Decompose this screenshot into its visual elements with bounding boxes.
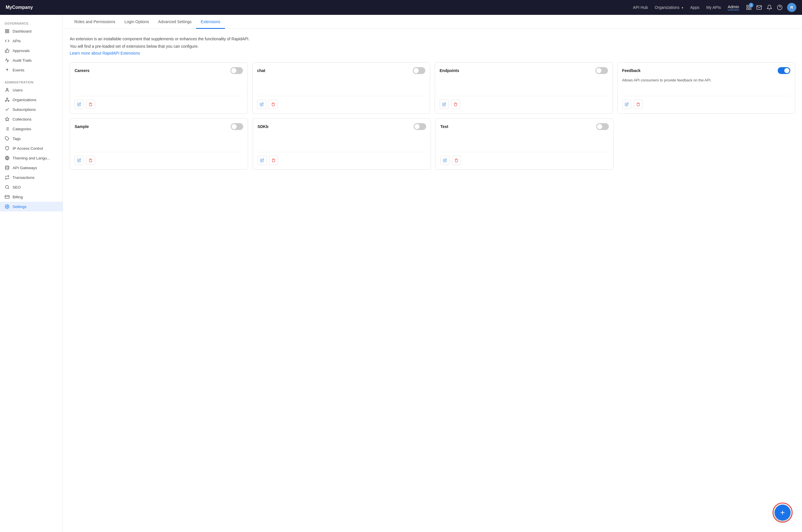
toggle-careers[interactable] xyxy=(230,67,243,74)
main-layout: Governance Dashboard APIs Approvals Audi… xyxy=(0,15,802,532)
nav-my-apis[interactable]: My APIs xyxy=(706,5,721,10)
fab-container: + xyxy=(775,505,790,520)
sidebar-label: SEO xyxy=(13,185,21,189)
sidebar-item-api-gateways[interactable]: API Gateways xyxy=(0,163,62,173)
sidebar-item-organizations[interactable]: Organizations xyxy=(0,95,62,104)
delete-button[interactable] xyxy=(269,156,278,165)
email-btn[interactable] xyxy=(756,4,762,10)
help-btn[interactable] xyxy=(777,4,783,10)
edit-button[interactable] xyxy=(75,100,84,109)
sidebar-label: Settings xyxy=(13,205,26,209)
sidebar-item-settings[interactable]: Settings xyxy=(0,202,62,211)
sidebar-item-approvals[interactable]: Approvals xyxy=(0,46,62,55)
svg-line-17 xyxy=(7,100,8,100)
tab-login-options[interactable]: Login Options xyxy=(120,15,153,29)
gear-icon xyxy=(4,204,10,209)
extension-card-test: Test xyxy=(435,118,614,170)
check-icon xyxy=(4,107,10,112)
sidebar-label: Theming and Langu... xyxy=(13,156,50,160)
sidebar-label: Audit Trails xyxy=(13,58,32,62)
edit-button[interactable] xyxy=(440,100,449,109)
sidebar-item-billing[interactable]: Billing xyxy=(0,192,62,202)
learn-more-link[interactable]: Learn more about RapidAPI Extensions xyxy=(70,51,140,55)
svg-point-14 xyxy=(5,100,6,101)
upload-icon xyxy=(4,68,10,73)
edit-button[interactable] xyxy=(75,156,84,165)
sidebar-item-dashboard[interactable]: Dashboard xyxy=(0,26,62,36)
sidebar-item-ip-access-control[interactable]: IP Access Control xyxy=(0,144,62,153)
toggle-feedback[interactable] xyxy=(778,67,790,74)
sidebar: Governance Dashboard APIs Approvals Audi… xyxy=(0,15,63,532)
sidebar-item-seo[interactable]: SEO xyxy=(0,182,62,192)
nav-api-hub[interactable]: API Hub xyxy=(633,5,648,10)
tab-extensions[interactable]: Extensions xyxy=(196,15,225,29)
delete-button[interactable] xyxy=(451,100,460,109)
card-header: Endpoints xyxy=(440,67,608,74)
delete-button[interactable] xyxy=(86,156,95,165)
administration-section-label: Administration xyxy=(0,78,62,85)
extension-description xyxy=(258,133,426,149)
nav-organizations[interactable]: Organizations ▾ xyxy=(655,5,684,10)
grid-icon xyxy=(4,28,10,34)
delete-button[interactable] xyxy=(634,100,643,109)
sidebar-label: Organizations xyxy=(13,98,36,102)
add-extension-button[interactable]: + xyxy=(775,505,790,520)
sidebar-item-users[interactable]: Users xyxy=(0,85,62,95)
sidebar-item-subscriptions[interactable]: Subscriptions xyxy=(0,104,62,114)
svg-marker-18 xyxy=(5,117,9,121)
sidebar-item-transactions[interactable]: Transactions xyxy=(0,173,62,182)
extension-description xyxy=(257,77,426,93)
sidebar-item-events[interactable]: Events xyxy=(0,65,62,75)
database-icon xyxy=(4,165,10,170)
svg-rect-31 xyxy=(5,195,10,198)
toggle-sample[interactable] xyxy=(231,123,243,130)
edit-button[interactable] xyxy=(441,156,450,165)
extension-card-sdkb: SDKb xyxy=(253,118,431,170)
topnav-icons: 2 R xyxy=(746,3,796,12)
toggle-endpoints[interactable] xyxy=(595,67,608,74)
sidebar-item-categories[interactable]: Categories xyxy=(0,124,62,134)
card-footer xyxy=(75,152,243,165)
extension-name: Test xyxy=(441,124,448,129)
edit-button[interactable] xyxy=(622,100,631,109)
extension-name: Feedback xyxy=(622,68,641,73)
card-header: Test xyxy=(441,123,609,130)
extensions-grid-row1: Careers xyxy=(70,62,795,114)
sidebar-item-collections[interactable]: Collections xyxy=(0,114,62,124)
edit-button[interactable] xyxy=(258,156,267,165)
tab-advanced-settings[interactable]: Advanced Settings xyxy=(154,15,197,29)
sidebar-item-apis[interactable]: APIs xyxy=(0,36,62,46)
extension-card-careers: Careers xyxy=(70,62,248,114)
toggle-slider xyxy=(413,67,425,74)
sidebar-label: Users xyxy=(13,88,23,92)
toggle-test[interactable] xyxy=(596,123,609,130)
chevron-down-icon: ▾ xyxy=(682,6,684,10)
bell-btn[interactable] xyxy=(767,4,772,10)
delete-button[interactable] xyxy=(269,100,278,109)
toggle-sdkb[interactable] xyxy=(414,123,426,130)
tab-roles-permissions[interactable]: Roles and Permissions xyxy=(70,15,120,29)
svg-line-16 xyxy=(6,100,7,100)
topnav: MyCompany API Hub Organizations ▾ Apps M… xyxy=(0,0,802,15)
extension-card-chat: chat xyxy=(253,62,430,114)
card-header: Sample xyxy=(75,123,243,130)
nav-admin[interactable]: Admin xyxy=(728,4,739,10)
svg-rect-7 xyxy=(7,30,9,31)
extension-description: Allows API consumers to provide feedback… xyxy=(622,77,790,93)
globe-icon xyxy=(4,155,10,160)
delete-button[interactable] xyxy=(86,100,95,109)
sidebar-item-theming[interactable]: Theming and Langu... xyxy=(0,153,62,163)
sidebar-item-tags[interactable]: Tags xyxy=(0,134,62,144)
nav-apps[interactable]: Apps xyxy=(690,5,700,10)
extension-card-endpoints: Endpoints xyxy=(435,62,613,114)
svg-point-12 xyxy=(6,98,8,99)
toggle-chat[interactable] xyxy=(413,67,425,74)
svg-rect-8 xyxy=(7,32,9,33)
edit-button[interactable] xyxy=(257,100,266,109)
avatar[interactable]: R xyxy=(787,3,796,12)
delete-button[interactable] xyxy=(452,156,461,165)
notification-badge: 2 xyxy=(749,3,753,7)
sidebar-item-audit-trails[interactable]: Audit Trails xyxy=(0,55,62,65)
sidebar-label: Subscriptions xyxy=(13,108,36,112)
notifications-btn[interactable]: 2 xyxy=(746,4,752,10)
